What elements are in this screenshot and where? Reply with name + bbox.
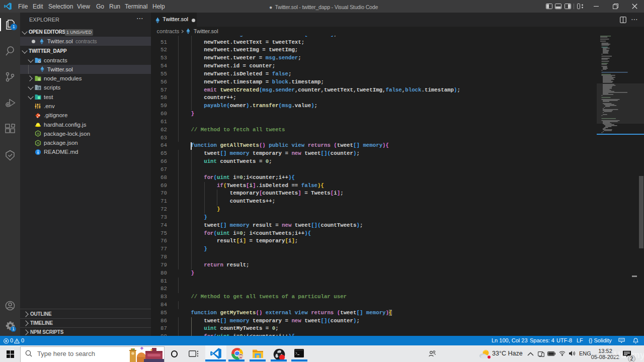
svg-text:JS: JS xyxy=(36,141,40,144)
svg-text:JS: JS xyxy=(36,132,40,135)
